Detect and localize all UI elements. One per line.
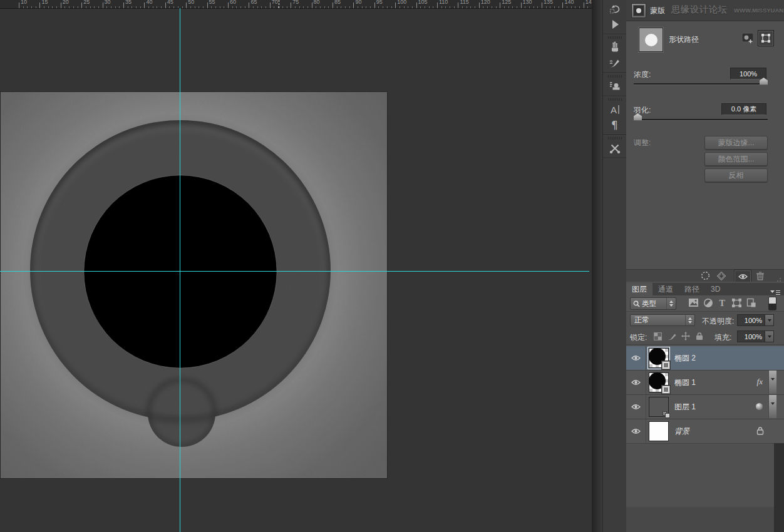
blend-mode-row: 正常 不透明度: 100% [626, 313, 784, 328]
ruler-label: 85 [334, 0, 341, 5]
opacity-label: 不透明度: [702, 316, 734, 327]
fill-dropdown-arrow[interactable] [765, 330, 774, 342]
layer-effects-fx-label[interactable]: fx [757, 377, 763, 387]
clone-source-panel-icon[interactable] [603, 78, 627, 94]
layers-scrollbar-gutter[interactable] [774, 443, 784, 532]
layer-effect-indicator-icon[interactable] [756, 403, 763, 410]
opacity-value[interactable]: 100% [737, 314, 765, 326]
watermark-url: WWW.MISSYUAN.COM [734, 7, 784, 14]
canvas-edge-gutter [592, 0, 602, 532]
blend-mode-dropdown[interactable]: 正常 [630, 314, 695, 326]
layer-thumbnail[interactable] [649, 421, 669, 441]
ruler-label: 80 [314, 0, 320, 5]
right-panel-column: 蒙版 思缘设计论坛 WWW.MISSYUAN.COM 形状路径 浓度: 100%… [626, 0, 784, 532]
filter-shape-layers-icon[interactable] [731, 298, 742, 310]
vertical-guide[interactable] [180, 8, 180, 532]
layer-row-ellipse2[interactable]: 椭圆 2 [626, 346, 784, 371]
layer-row-background[interactable]: 背景 [626, 419, 784, 444]
filter-type-dropdown[interactable]: 类型 [630, 297, 676, 310]
layer-thumbnail[interactable] [649, 397, 669, 417]
ruler-label: 100 [397, 0, 406, 5]
paragraph-panel-icon[interactable]: ¶ [603, 117, 627, 133]
mask-panel: 蒙版 思缘设计论坛 WWW.MISSYUAN.COM 形状路径 浓度: 100%… [626, 0, 784, 282]
character-panel-icon[interactable]: A [603, 101, 627, 117]
dock-grip [608, 98, 622, 101]
layer-badge [663, 411, 671, 419]
layer-name[interactable]: 图层 1 [674, 402, 696, 412]
feather-value[interactable]: 0.0 像素 [721, 103, 766, 115]
layer-name[interactable]: 椭圆 2 [674, 353, 696, 364]
filter-adjustment-layers-icon[interactable] [703, 298, 713, 310]
layer-name[interactable]: 椭圆 1 [674, 377, 696, 388]
layers-empty-area [626, 507, 784, 532]
tab-3d[interactable]: 3D [705, 283, 726, 295]
tab-paths[interactable]: 路径 [679, 283, 705, 295]
brush-panel-icon[interactable] [603, 39, 627, 55]
layer-filter-toggle[interactable] [768, 297, 776, 310]
effects-collapse-chevron[interactable] [768, 395, 776, 418]
mask-edge-button[interactable]: 蒙版边缘... [704, 136, 768, 150]
layer-thumbnail[interactable] [649, 372, 669, 392]
feather-slider[interactable] [634, 119, 768, 120]
tab-layers[interactable]: 图层 [626, 283, 652, 295]
layer-name[interactable]: 背景 [674, 426, 689, 437]
mask-thumbnail-shape [645, 34, 658, 46]
filter-pixel-layers-icon[interactable] [688, 298, 699, 310]
tab-channels[interactable]: 通道 [652, 283, 679, 295]
ruler-label: 120 [481, 0, 490, 5]
lock-image-pixels-icon[interactable] [668, 332, 677, 343]
feather-label: 羽化: [634, 105, 651, 116]
fill-combo[interactable]: 100% [737, 330, 774, 342]
brush-presets-panel-icon[interactable] [603, 55, 627, 71]
document-canvas[interactable] [0, 91, 388, 479]
ruler-label: 90 [355, 0, 361, 5]
invert-button[interactable]: 反相 [704, 168, 768, 182]
fill-value[interactable]: 100% [737, 330, 765, 342]
visibility-toggle[interactable] [626, 419, 646, 443]
layer-filter-row: 类型 T [626, 295, 784, 312]
dropdown-arrows-icon [666, 298, 676, 309]
ruler-label: 35 [125, 0, 132, 5]
visibility-toggle[interactable] [626, 346, 646, 370]
lock-transparent-pixels-icon[interactable] [654, 332, 662, 343]
layer-row-layer1[interactable]: 图层 1 [626, 395, 784, 419]
add-pixel-mask-icon[interactable] [741, 33, 755, 46]
lock-position-icon[interactable] [681, 332, 690, 343]
document-image [0, 91, 388, 479]
effects-collapse-chevron[interactable] [768, 371, 776, 394]
layer-row-ellipse1[interactable]: 椭圆 1 fx [626, 371, 784, 395]
layer-thumbnail-image [649, 421, 669, 441]
mask-type-label: 形状路径 [669, 34, 699, 45]
ruler-label: 95 [376, 0, 383, 5]
lock-all-icon[interactable] [696, 332, 703, 343]
opacity-combo[interactable]: 100% [737, 314, 774, 326]
density-slider[interactable] [634, 83, 768, 84]
fill-label: 填充: [714, 332, 731, 343]
density-value[interactable]: 100% [730, 68, 766, 79]
ruler-label: 40 [146, 0, 152, 5]
layer-thumbnail[interactable] [649, 348, 669, 368]
color-range-button[interactable]: 颜色范围... [704, 152, 768, 166]
watermark-title: 思缘设计论坛 [671, 4, 728, 16]
actions-panel-icon[interactable] [603, 16, 627, 32]
mask-thumbnail[interactable] [639, 28, 663, 52]
ruler-label: 15 [41, 0, 48, 5]
horizontal-ruler[interactable]: 1015202530354045505560657075808590951001… [0, 0, 592, 9]
mask-visibility-button[interactable] [734, 270, 751, 283]
visibility-toggle[interactable] [626, 395, 646, 419]
history-panel-icon[interactable] [603, 1, 627, 16]
ruler-label: 55 [209, 0, 215, 5]
horizontal-guide[interactable] [0, 271, 589, 272]
mask-panel-footer [626, 269, 784, 282]
ruler-label: 75 [292, 0, 299, 5]
ruler-label: 145 [585, 0, 592, 5]
mask-panel-icon [631, 3, 646, 18]
filter-smart-objects-icon[interactable] [746, 298, 756, 310]
blend-mode-value: 正常 [634, 315, 649, 325]
visibility-toggle[interactable] [626, 371, 646, 394]
filter-type-layers-icon[interactable]: T [718, 297, 727, 310]
tool-presets-panel-icon[interactable] [603, 140, 627, 156]
canvas-area[interactable]: 1015202530354045505560657075808590951001… [0, 0, 592, 532]
vector-mask-button[interactable] [758, 30, 774, 46]
opacity-dropdown-arrow[interactable] [765, 314, 774, 326]
